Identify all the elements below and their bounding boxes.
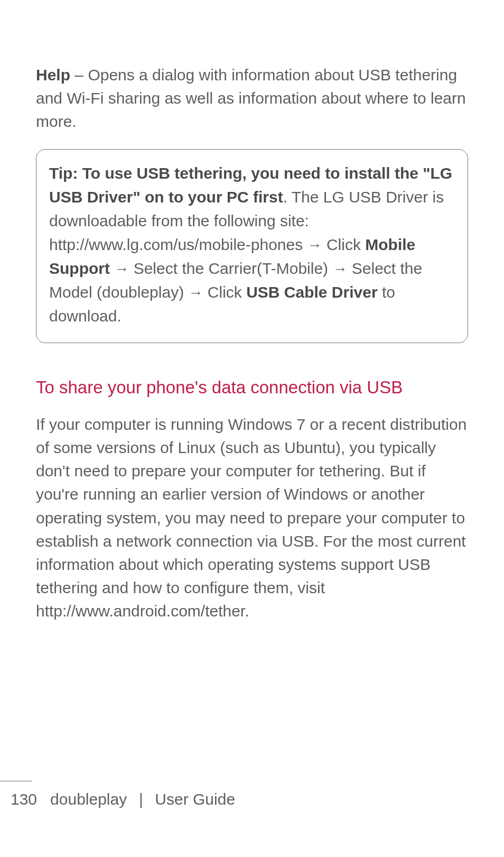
tip-click1: Click (322, 236, 366, 253)
footer-separator: | (139, 790, 143, 808)
page-footer: 130 doubleplay | User Guide (0, 790, 504, 808)
footer-title: User Guide (155, 790, 235, 808)
help-label: Help (36, 66, 70, 84)
arrow-icon: → (188, 282, 203, 304)
help-text: Opens a dialog with information about US… (36, 66, 466, 130)
help-dash: – (70, 66, 88, 84)
arrow-icon: → (307, 234, 322, 256)
section-body: If your computer is running Windows 7 or… (36, 413, 468, 623)
footer-rule (0, 781, 32, 781)
section-heading: To share your phone's data connection vi… (36, 375, 468, 400)
tip-click2: Click (203, 283, 246, 301)
footer-product: doubleplay (50, 790, 127, 808)
arrow-icon: → (332, 258, 347, 280)
tip-select-carrier: Select the Carrier(T-Mobile) (129, 260, 332, 277)
page-number: 130 (11, 790, 37, 808)
arrow-icon: → (114, 258, 129, 280)
tip-paragraph: Tip: To use USB tethering, you need to i… (49, 161, 455, 328)
footer-text: 130 doubleplay | User Guide (0, 790, 504, 808)
tip-box: Tip: To use USB tethering, you need to i… (36, 149, 468, 343)
help-paragraph: Help – Opens a dialog with information a… (36, 63, 468, 133)
tip-usb-cable-driver: USB Cable Driver (246, 283, 377, 301)
